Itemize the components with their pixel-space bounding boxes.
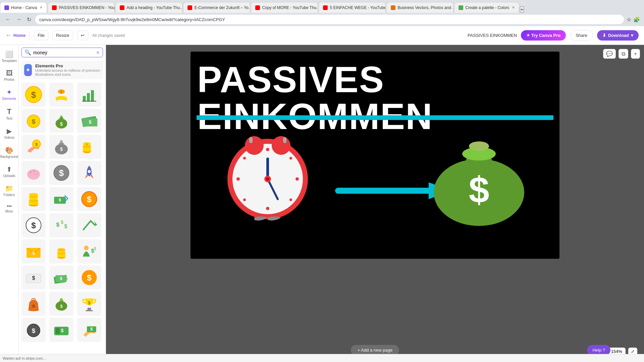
back-button[interactable]: ← [4,15,12,24]
elements-pro-banner[interactable]: ✦ Elements Pro Unlimited access to milli… [21,61,103,79]
element-orange-coin[interactable]: $ [77,187,101,211]
sidebar-item-elements[interactable]: ✦ Elements [1,85,18,103]
download-chevron-icon: ▾ [631,33,633,38]
element-hand-coin[interactable]: $ [21,135,46,159]
more-icon: ••• [7,203,12,209]
doc-title: PASSIVES EINKOMMEN [468,33,517,38]
share-button[interactable]: Share [570,30,593,41]
tab-favicon [391,5,395,10]
sidebar-label-videos: Videos [4,136,14,139]
element-orange-coin-2[interactable]: $ [77,265,101,290]
svg-text:$: $ [56,221,59,228]
tab-home-canva[interactable]: Home - Canva ✕ [0,2,47,13]
new-tab-button[interactable]: + [520,6,524,13]
element-money-stack[interactable]: $ $ $ [49,265,73,290]
element-stacked-coins-2[interactable] [49,239,73,263]
sidebar-item-photos[interactable]: 🖼 Photos [1,67,18,84]
tab-passives[interactable]: PASSIVES EINKOMMEN - You... ✕ [48,2,115,13]
svg-text:$: $ [64,224,67,229]
tab-close-btn[interactable]: ✕ [40,5,43,10]
svg-text:$: $ [87,195,92,204]
tab-close-btn[interactable]: ✕ [512,5,515,10]
canvas-wrapper: PASSIVES EINKOMMEN [191,52,559,259]
browser-actions: ☆ 🧩 [627,16,640,23]
sidebar-item-background[interactable]: 🎨 Background [1,143,18,161]
address-input[interactable] [35,15,624,24]
videos-icon: ▶ [7,127,12,135]
element-coins-hand[interactable]: $ [49,82,73,107]
design-canvas[interactable]: PASSIVES EINKOMMEN [191,52,559,259]
refresh-button[interactable]: ↻ [25,15,33,24]
extensions-icon[interactable]: 🧩 [633,16,640,23]
element-envelope-money[interactable]: $ [21,239,46,263]
element-dark-coin[interactable]: $ [21,318,46,342]
element-hand-with-money[interactable]: $ [77,318,101,342]
element-trophy-money[interactable]: $ [77,292,101,316]
file-button[interactable]: File [34,31,48,40]
tab-add-heading[interactable]: Add a heading - YouTube Thu... ✕ [115,2,182,13]
element-bar-chart[interactable] [77,82,101,107]
element-white-dollar-circle[interactable]: $ [21,213,46,237]
element-green-bill[interactable]: $ [49,318,73,342]
sidebar-item-templates[interactable]: ⬜ Templates [1,48,18,65]
home-button[interactable]: ← Home [5,32,25,39]
element-money-bag[interactable]: $ [49,109,73,133]
try-pro-button[interactable]: ✦ Try Canva Pro [521,30,566,41]
help-label: Help ? [592,348,605,353]
forward-button[interactable]: → [15,15,23,24]
element-rocket[interactable] [77,161,101,185]
sidebar-label-uploads: Uploads [3,174,15,178]
tab-label: Business Vectors, Photos and ... [397,5,453,10]
element-gray-dollar[interactable]: $ [49,161,73,185]
element-green-arrow[interactable] [77,213,101,237]
canvas-comment-button[interactable]: 💬 [603,49,616,59]
sidebar-item-text[interactable]: T Text [1,105,18,123]
clock-element[interactable] [221,129,315,223]
element-bill-dollar[interactable]: $ [21,265,46,290]
search-input-row: 🔍 ✕ [21,48,103,57]
svg-text:$: $ [60,146,63,152]
svg-text:$: $ [89,119,92,125]
resize-button[interactable]: Resize [52,31,73,40]
download-button[interactable]: ⬇ Download ▾ [597,30,639,41]
tab-5-einfache[interactable]: 5 EINFACHE WEGE - YouTube ... ✕ [319,2,386,13]
tab-create-palette[interactable]: Create a palette - Colors ✕ [454,2,519,13]
undo-icon: ↩ [81,33,85,38]
canvas-divider [197,115,553,120]
search-input[interactable] [33,50,94,55]
svg-text:$: $ [31,90,36,100]
canvas-more-button[interactable]: + [631,49,640,59]
svg-text:$: $ [469,169,489,210]
element-dollar-sign[interactable]: $ [21,82,46,107]
bookmark-icon[interactable]: ☆ [627,16,631,23]
sidebar-item-folders[interactable]: 📁 Folders [1,182,18,199]
svg-text:$: $ [35,142,38,147]
sidebar-item-more[interactable]: ••• More [1,201,18,216]
element-green-leaf-money[interactable]: $ [49,292,73,316]
svg-text:$: $ [86,143,88,146]
sidebar-item-videos[interactable]: ▶ Videos [1,124,18,142]
tab-business-vectors[interactable]: Business Vectors, Photos and ... ✕ [386,2,453,13]
svg-point-90 [236,177,240,181]
svg-text:$: $ [60,276,62,281]
undo-button[interactable]: ↩ [77,31,88,40]
element-stacked-coins[interactable] [21,187,46,211]
status-bar: Warten auf m.stripe.com... [0,354,644,362]
svg-rect-5 [87,93,90,101]
element-multi-dollar-signs[interactable]: $ $ $ [49,213,73,237]
money-bag-element[interactable]: $ [425,122,533,229]
clear-search-button[interactable]: ✕ [96,50,100,55]
element-money-bills[interactable]: $ [77,109,101,133]
element-money-bag-2[interactable]: $ [49,135,73,159]
element-money-transfer[interactable]: $ [49,187,73,211]
tab-copy-more[interactable]: Copy of MORE - YouTube Thu... ✕ [251,2,318,13]
tab-ecommerce[interactable]: E-Commerce der Zukunft – Yo... ✕ [183,2,250,13]
search-icon: 🔍 [24,49,31,56]
canvas-copy-button[interactable]: ⧉ [619,49,628,59]
element-dollar-coin[interactable]: $ [21,109,46,133]
element-purse[interactable] [21,292,46,316]
element-people-money[interactable]: $ $ [77,239,101,263]
element-gold-coins[interactable]: $ [77,135,101,159]
sidebar-item-uploads[interactable]: ⬆ Uploads [1,163,18,180]
element-piggy-bank[interactable] [21,161,46,185]
